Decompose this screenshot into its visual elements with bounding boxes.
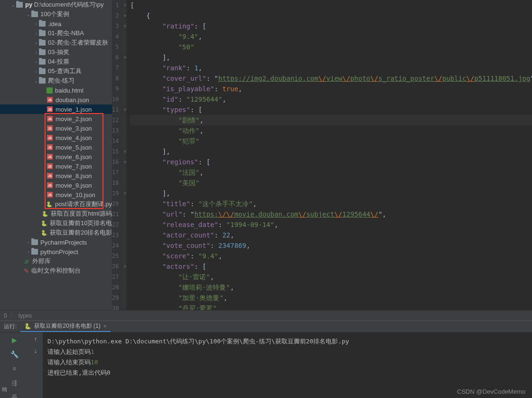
code-line[interactable]: "rank": 1, (130, 63, 532, 73)
chevron-right-icon[interactable]: › (33, 59, 39, 65)
tree-item[interactable]: JSmovie_1.json (0, 104, 112, 114)
tree-label: movie_4.json (56, 134, 92, 142)
print-icon[interactable]: 🖶 (9, 392, 19, 398)
tree-item[interactable]: JSmovie_10.json (0, 190, 112, 199)
code-line[interactable]: "is_playable": true, (130, 84, 532, 94)
svg-text:JS: JS (48, 184, 52, 187)
tree-item[interactable]: ›pythonProject (0, 247, 112, 256)
close-icon[interactable]: × (103, 323, 107, 330)
tree-item[interactable]: ⌄100个案例 (0, 9, 112, 19)
run-panel[interactable]: 运行: 🐍 获取豆瓣前20排名电影 (1) × ▶ 🔧 ≡ ⇶ 🖶 ↑ ↓ D:… (0, 321, 532, 398)
tree-item[interactable]: JSmovie_6.json (0, 152, 112, 161)
code-line[interactable]: [ (130, 0, 532, 10)
breadcrumb-bar[interactable]: 0 〉 types (0, 310, 532, 321)
tree-item[interactable]: JSmovie_8.json (0, 171, 112, 180)
code-line[interactable]: "types": [ (130, 104, 532, 115)
chevron-right-icon[interactable]: › (33, 21, 39, 27)
code-line[interactable]: { (130, 10, 532, 21)
code-line[interactable]: "法国", (130, 167, 532, 178)
code-line[interactable]: "剧情", (130, 115, 532, 125)
tree-item[interactable]: JSmovie_9.json (0, 180, 112, 190)
breadcrumb-item[interactable]: types (19, 313, 32, 319)
code-line[interactable]: "美国" (130, 178, 532, 188)
tree-label: pythonProject (40, 248, 78, 256)
wrench-icon[interactable]: 🔧 (9, 350, 19, 359)
code-line[interactable]: ], (130, 52, 532, 63)
code-line[interactable]: "actor_count": 22, (130, 230, 532, 240)
tree-item[interactable]: ›PycharmProjects (0, 237, 112, 247)
chevron-right-icon[interactable]: › (33, 40, 39, 46)
tree-item[interactable]: JSmovie_2.json (0, 114, 112, 123)
run-tab[interactable]: 🐍 获取豆瓣前20排名电影 (1) × (20, 321, 110, 332)
tree-item[interactable]: JSmovie_5.json (0, 142, 112, 152)
tree-item[interactable]: ›03-抽奖 (0, 47, 112, 57)
run-toolbar-col2[interactable]: ↑ ↓ (28, 332, 43, 398)
code-line[interactable]: ], (130, 146, 532, 157)
chevron-right-icon[interactable]: › (33, 31, 39, 36)
code-line[interactable]: "vote_count": 2347869, (130, 240, 532, 251)
tree-item[interactable]: ⫻外部库 (0, 256, 112, 266)
code-line[interactable]: "regions": [ (130, 157, 532, 167)
code-line[interactable]: "cover_url": "https://img2.doubanio.com\… (130, 73, 532, 84)
python-icon: 🐍 (41, 230, 47, 236)
code-line[interactable]: "丹尼·爱罗" (130, 303, 532, 310)
tree-item[interactable]: 🐍获取豆瓣前10页排名电 (0, 218, 112, 228)
chevron-right-icon[interactable]: › (26, 249, 31, 255)
code-line[interactable]: "score": "9.4", (130, 251, 532, 261)
run-label: 运行: (4, 322, 17, 331)
code-area[interactable]: [ { "rating": [ "9.4", "50" ], "rank": 1… (126, 0, 532, 310)
code-line[interactable]: "动作", (130, 125, 532, 136)
tree-item[interactable]: ✎临时文件和控制台 (0, 266, 112, 275)
code-line[interactable]: "犯罪" (130, 136, 532, 146)
code-line[interactable]: "actors": [ (130, 261, 532, 272)
down-arrow-icon[interactable]: ↓ (34, 347, 37, 354)
chevron-right-icon[interactable]: › (33, 69, 39, 74)
tree-label: .idea (48, 20, 61, 28)
run-tab-bar[interactable]: 运行: 🐍 获取豆瓣前20排名电影 (1) × (0, 321, 532, 332)
tree-item[interactable]: JSmovie_4.json (0, 133, 112, 142)
filter-icon[interactable]: ⇶ (9, 378, 19, 388)
tree-item[interactable]: JSdouban.json (0, 95, 112, 104)
tree-item[interactable]: ›04-投票 (0, 57, 112, 66)
chevron-right-icon[interactable]: › (26, 240, 31, 245)
code-line[interactable]: "id": "1295644", (130, 94, 532, 104)
structure-tab[interactable]: 结构 (1, 382, 8, 384)
tree-item[interactable]: ›02-爬虫-王者荣耀皮肤 (0, 38, 112, 47)
tree-item[interactable]: 🐍post请求百度翻译.py (0, 199, 112, 209)
code-line[interactable]: "title": "这个杀手不太冷", (130, 199, 532, 209)
tree-item[interactable]: 🐍获取豆瓣前20排名电影 (0, 228, 112, 237)
tree-label: movie_7.json (56, 163, 92, 170)
tree-item[interactable]: JSmovie_3.json (0, 123, 112, 133)
project-tree[interactable]: ⌄py D:\document\代码练习\py⌄100个案例›.idea›01-… (0, 0, 112, 310)
editor[interactable]: 1234567891011121314151617181920212223242… (112, 0, 532, 310)
up-arrow-icon[interactable]: ↑ (34, 335, 37, 342)
code-line[interactable]: "url": "https:\/\/movie.douban.com\/subj… (130, 209, 532, 219)
chevron-down-icon[interactable]: ⌄ (33, 78, 39, 84)
tree-item[interactable]: baidu.html (0, 85, 112, 95)
python-icon: 🐍 (42, 211, 48, 217)
tree-item[interactable]: ›05-查询工具 (0, 66, 112, 76)
chevron-right-icon[interactable]: › (33, 50, 39, 55)
code-line[interactable]: "rating": [ (130, 21, 532, 31)
breadcrumb-item[interactable]: 0 (4, 313, 7, 319)
folder-icon (16, 2, 23, 8)
console-line: D:\python\python.exe D:\document\代码练习\py… (47, 336, 527, 347)
tree-root[interactable]: ⌄py D:\document\代码练习\py (0, 0, 112, 9)
tree-item[interactable]: 🐍获取百度首页html源码 (0, 209, 112, 218)
layout-icon[interactable]: ≡ (9, 364, 19, 373)
run-toolbar[interactable]: ▶ 🔧 ≡ ⇶ 🖶 (0, 332, 28, 398)
chevron-down-icon[interactable]: ⌄ (26, 12, 31, 17)
rerun-button[interactable]: ▶ (9, 335, 19, 345)
code-line[interactable]: "娜塔莉·波特曼", (130, 282, 532, 293)
tree-item[interactable]: ›.idea (0, 19, 112, 28)
code-line[interactable]: "9.4", (130, 31, 532, 42)
tree-item[interactable]: ›01-爬虫-NBA (0, 28, 112, 38)
code-line[interactable]: "加里·奥德曼", (130, 293, 532, 303)
chevron-down-icon[interactable]: ⌄ (10, 2, 16, 8)
code-line[interactable]: ], (130, 188, 532, 199)
code-line[interactable]: "release_date": "1994-09-14", (130, 219, 532, 230)
code-line[interactable]: "50" (130, 42, 532, 52)
tree-item[interactable]: JSmovie_7.json (0, 161, 112, 171)
tree-item[interactable]: ⌄爬虫-练习 (0, 76, 112, 85)
code-line[interactable]: "让·雷诺", (130, 272, 532, 282)
